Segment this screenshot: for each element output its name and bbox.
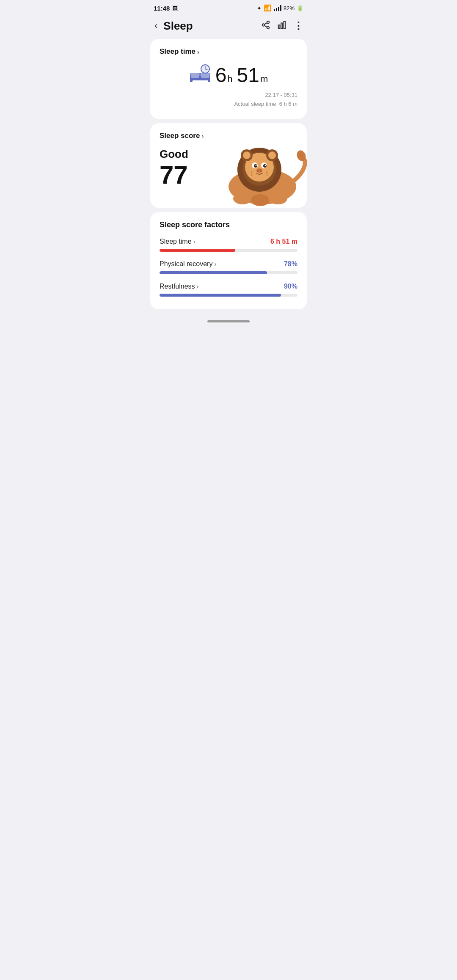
svg-point-43 — [251, 194, 270, 206]
bottom-bar — [146, 314, 311, 327]
factors-title: Sleep score factors — [160, 220, 297, 229]
sleep-time-card: Sleep time › 6 h 51 m — [150, 39, 307, 119]
svg-point-34 — [257, 170, 259, 171]
svg-point-44 — [269, 193, 287, 204]
factor-physical-recovery-track — [160, 271, 297, 274]
nav-right: ⋮ — [261, 20, 303, 32]
svg-line-3 — [264, 25, 267, 27]
factor-physical-recovery-label[interactable]: Physical recovery › — [160, 260, 216, 268]
sleep-score-card: Sleep score › Good 77 — [150, 123, 307, 208]
sleep-hours-unit: h — [227, 74, 232, 85]
signal-bars — [274, 5, 281, 11]
more-button[interactable]: ⋮ — [293, 21, 303, 31]
svg-point-37 — [251, 173, 253, 174]
battery-percent: 82% — [284, 5, 295, 11]
svg-rect-10 — [191, 73, 199, 78]
svg-rect-12 — [190, 79, 193, 82]
home-indicator — [207, 320, 250, 322]
sleep-score-chevron: › — [201, 132, 204, 139]
lion-illustration — [214, 132, 307, 208]
wifi-icon: 📶 — [264, 4, 272, 12]
status-bar: 11:48 🖼 ✦ 📶 82% 🔋 — [146, 0, 311, 14]
factor-sleep-time-track — [160, 249, 297, 252]
factor-restfulness-chevron: › — [197, 283, 199, 290]
factor-restfulness-header: Restfulness › 90% — [160, 283, 297, 290]
factor-physical-recovery: Physical recovery › 78% — [160, 260, 297, 274]
factor-sleep-time-header: Sleep time › 6 h 51 m — [160, 238, 297, 245]
sleep-factors-card: Sleep score factors Sleep time › 6 h 51 … — [150, 212, 307, 309]
factor-restfulness-value: 90% — [284, 283, 297, 290]
page-title: Sleep — [163, 19, 193, 33]
factor-physical-recovery-value: 78% — [284, 260, 297, 268]
sleep-minutes-unit: m — [260, 74, 268, 85]
status-time: 11:48 — [154, 5, 170, 12]
factor-physical-chevron: › — [214, 260, 216, 267]
status-icons: ✦ 📶 82% 🔋 — [257, 4, 303, 12]
svg-point-24 — [243, 151, 251, 159]
sleep-duration-row: 6 h 51 m — [160, 63, 297, 87]
actual-sleep-time: Actual sleep time 6 h 6 m — [160, 100, 297, 109]
factor-sleep-chevron: › — [193, 238, 195, 245]
battery-icon: 🔋 — [297, 5, 303, 11]
factor-sleep-time-fill — [160, 249, 235, 252]
factor-sleep-time-label[interactable]: Sleep time › — [160, 238, 195, 245]
factor-restfulness-label[interactable]: Restfulness › — [160, 283, 199, 290]
svg-line-4 — [264, 22, 267, 24]
svg-point-42 — [233, 193, 252, 204]
svg-point-31 — [256, 165, 257, 166]
share-button[interactable] — [261, 20, 270, 32]
factor-restfulness-track — [160, 294, 297, 297]
svg-point-36 — [251, 171, 253, 172]
factor-physical-recovery-fill — [160, 271, 267, 274]
svg-point-41 — [267, 174, 268, 176]
factor-sleep-time-value: 6 h 51 m — [270, 238, 297, 245]
sleep-hours: 6 — [215, 65, 227, 85]
svg-point-40 — [267, 173, 268, 174]
factor-sleep-time: Sleep time › 6 h 51 m — [160, 238, 297, 252]
sleep-time-chevron: › — [197, 48, 199, 55]
sleep-time-header[interactable]: Sleep time › — [160, 47, 297, 56]
time-range: 22:17 - 05:31 — [160, 91, 297, 100]
sleep-icon — [189, 63, 211, 87]
svg-rect-5 — [278, 25, 280, 28]
svg-rect-13 — [208, 79, 210, 82]
bluetooth-icon: ✦ — [257, 5, 262, 11]
nav-left: ‹ Sleep — [152, 19, 193, 33]
back-button[interactable]: ‹ — [152, 19, 160, 33]
sleep-minutes: 51 — [237, 65, 259, 85]
top-nav: ‹ Sleep ⋮ — [146, 14, 311, 39]
photo-icon: 🖼 — [172, 5, 178, 11]
svg-point-38 — [251, 174, 253, 176]
svg-point-32 — [265, 165, 266, 166]
svg-point-26 — [268, 151, 276, 159]
svg-point-39 — [267, 171, 268, 172]
svg-rect-6 — [281, 23, 283, 28]
factor-physical-recovery-header: Physical recovery › 78% — [160, 260, 297, 268]
svg-point-35 — [260, 170, 262, 171]
sleep-time-label: Sleep time — [160, 47, 195, 56]
factor-restfulness: Restfulness › 90% — [160, 283, 297, 297]
sleep-score-label: Sleep score — [160, 132, 200, 140]
svg-rect-7 — [284, 21, 286, 28]
factor-restfulness-fill — [160, 294, 281, 297]
sleep-time-details: 22:17 - 05:31 Actual sleep time 6 h 6 m — [160, 91, 297, 109]
stats-button[interactable] — [277, 20, 286, 32]
